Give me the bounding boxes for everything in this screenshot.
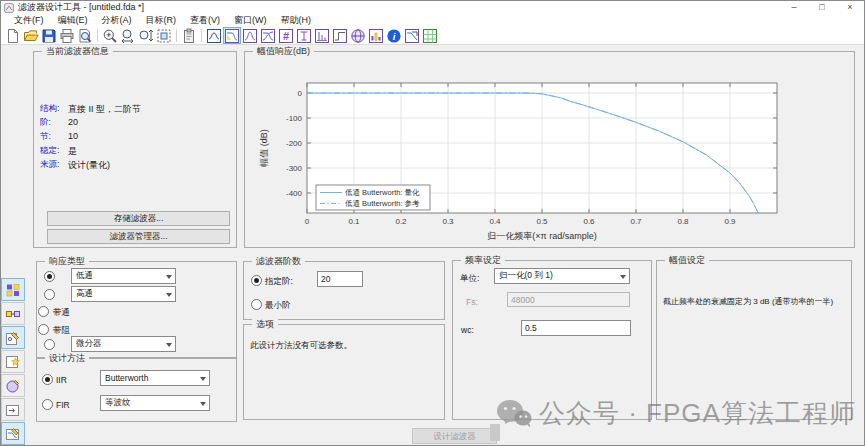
frequency-specs-panel: 频率设定 xyxy=(452,260,652,420)
menu-item-file[interactable]: 文件(F) xyxy=(7,14,51,27)
phase-response-icon[interactable] xyxy=(241,27,259,44)
filter-manager-button[interactable]: 滤波器管理器... xyxy=(47,229,230,244)
phase-delay-icon[interactable] xyxy=(295,27,313,44)
menu-item-targets[interactable]: 目标(R) xyxy=(139,14,184,27)
svg-text:0: 0 xyxy=(305,217,310,226)
coefficients-icon[interactable] xyxy=(367,27,385,44)
highpass-radio[interactable] xyxy=(44,289,55,300)
stable-value: 是 xyxy=(68,145,77,158)
fir-label: FIR xyxy=(56,400,70,410)
units-label: 单位: xyxy=(460,273,479,285)
new-file-icon[interactable] xyxy=(4,27,22,44)
chevron-down-icon xyxy=(166,275,172,279)
set-quantization-parameters-button[interactable] xyxy=(1,278,25,301)
pole-zero-icon[interactable] xyxy=(349,27,367,44)
wc-input[interactable] xyxy=(521,320,631,336)
specify-order-radio[interactable] xyxy=(251,275,262,286)
minimum-order-label: 最小阶 xyxy=(265,300,291,312)
order-input[interactable] xyxy=(317,271,363,287)
iir-radio[interactable] xyxy=(42,374,53,385)
zoom-x-icon[interactable] xyxy=(119,27,137,44)
magnitude-response-panel: 幅值响应(dB) 00.10.20.30.40.50.60.70.80.90-1… xyxy=(244,51,855,248)
source-label: 来源: xyxy=(40,159,59,171)
import-filter-button[interactable] xyxy=(1,350,25,373)
filter-info-icon[interactable]: i xyxy=(385,27,403,44)
print-preview-icon[interactable] xyxy=(76,27,94,44)
menu-item-window[interactable]: 窗口(W) xyxy=(227,14,274,27)
magnitude-specs-panel: 幅值设定 xyxy=(656,260,852,420)
svg-text:0.5: 0.5 xyxy=(536,217,548,226)
spec-mask-icon[interactable] xyxy=(403,27,421,44)
open-file-icon[interactable] xyxy=(22,27,40,44)
design-filter-button[interactable]: 设计滤波器 xyxy=(412,428,497,444)
zoom-in-icon[interactable] xyxy=(101,27,119,44)
close-button[interactable]: × xyxy=(836,1,864,14)
design-margin-icon[interactable] xyxy=(421,27,439,44)
magnitude-phase-icon[interactable] xyxy=(259,27,277,44)
transform-filter-button[interactable] xyxy=(1,374,25,397)
toolbar-separator xyxy=(201,29,202,42)
panel-title: 设计方法 xyxy=(45,353,89,363)
structure-value: 直接 II 型，二阶节 xyxy=(68,103,141,116)
pole-zero-editor-button[interactable] xyxy=(1,326,25,349)
svg-text:#: # xyxy=(283,30,289,42)
highpass-dropdown[interactable]: 高通 xyxy=(71,286,176,302)
svg-text:0.1: 0.1 xyxy=(348,217,360,226)
store-filter-button[interactable]: 存储滤波器... xyxy=(47,211,230,226)
units-dropdown[interactable]: 归一化(0 到 1) xyxy=(494,268,630,284)
bandstop-radio[interactable] xyxy=(38,324,49,335)
lowpass-dropdown[interactable]: 低通 xyxy=(71,268,176,284)
panel-title: 响应类型 xyxy=(45,256,89,266)
minimum-order-radio[interactable] xyxy=(251,299,262,310)
menu-bar: 文件(F) 编辑(E) 分析(A) 目标(R) 查看(V) 窗口(W) 帮助(H… xyxy=(1,14,864,27)
magnitude-response-icon[interactable] xyxy=(223,27,241,44)
zoom-y-icon[interactable] xyxy=(137,27,155,44)
differentiator-dropdown[interactable]: 微分器 xyxy=(71,336,176,352)
iir-method-dropdown[interactable]: Butterworth xyxy=(100,370,210,386)
iir-label: IIR xyxy=(56,375,67,385)
options-panel: 选项 xyxy=(243,324,445,420)
toolbar-separator xyxy=(97,29,98,42)
differentiator-radio[interactable] xyxy=(44,339,55,350)
impulse-response-icon[interactable] xyxy=(313,27,331,44)
save-icon[interactable] xyxy=(40,27,58,44)
menu-item-view[interactable]: 查看(V) xyxy=(183,14,227,27)
full-view-analysis-icon[interactable] xyxy=(205,27,223,44)
fir-method-dropdown[interactable]: 等波纹 xyxy=(100,395,210,411)
copy-figure-icon[interactable] xyxy=(180,27,198,44)
svg-text:-100: -100 xyxy=(286,114,303,123)
svg-text:0.2: 0.2 xyxy=(395,217,407,226)
svg-text:0.8: 0.8 xyxy=(677,217,689,226)
ui-artifact xyxy=(490,424,500,441)
panel-title: 频率设定 xyxy=(461,255,505,265)
chevron-down-icon xyxy=(166,343,172,347)
sections-value: 10 xyxy=(68,131,78,141)
group-delay-icon[interactable]: # xyxy=(277,27,295,44)
svg-text:0.6: 0.6 xyxy=(583,217,595,226)
menu-item-edit[interactable]: 编辑(E) xyxy=(51,14,95,27)
svg-text:0.4: 0.4 xyxy=(489,217,501,226)
svg-text:归一化频率(×π rad/sample): 归一化频率(×π rad/sample) xyxy=(487,231,596,241)
maximize-button[interactable]: □ xyxy=(808,1,836,14)
app-icon xyxy=(4,3,14,13)
step-response-icon[interactable] xyxy=(331,27,349,44)
realize-model-button[interactable] xyxy=(1,302,25,325)
panel-title: 选项 xyxy=(252,319,278,329)
print-icon[interactable] xyxy=(58,27,76,44)
menu-item-analysis[interactable]: 分析(A) xyxy=(95,14,139,27)
toolbar-separator xyxy=(176,29,177,42)
design-filter-panel-button[interactable] xyxy=(1,422,25,445)
design-method-panel: 设计方法 xyxy=(36,358,237,422)
minimize-button[interactable]: – xyxy=(780,1,808,14)
svg-text:-400: -400 xyxy=(286,189,303,198)
menu-item-help[interactable]: 帮助(H) xyxy=(274,14,319,27)
bandpass-radio[interactable] xyxy=(38,306,49,317)
fir-radio[interactable] xyxy=(42,399,53,410)
restore-default-view-icon[interactable] xyxy=(155,27,173,44)
lowpass-radio[interactable] xyxy=(44,271,55,282)
multirate-filter-button[interactable] xyxy=(1,398,25,421)
order-label: 阶: xyxy=(40,117,51,129)
svg-text:-300: -300 xyxy=(286,164,303,173)
title-bar: 滤波器设计工具 - [untitled.fda *] – □ × xyxy=(1,1,864,14)
sections-label: 节: xyxy=(40,131,51,143)
